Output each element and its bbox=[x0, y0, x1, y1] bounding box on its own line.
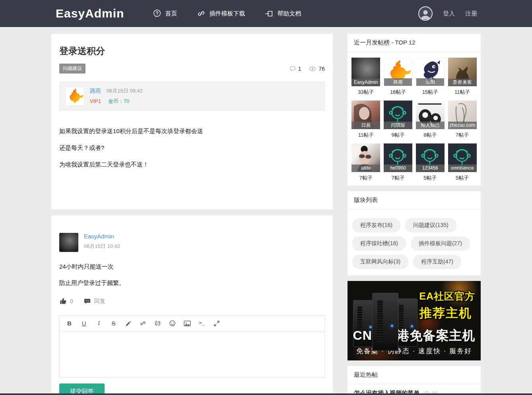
board-pill[interactable]: 问题建议(135) bbox=[405, 218, 456, 232]
fullscreen-icon[interactable] bbox=[209, 318, 224, 329]
poster-name: allife bbox=[351, 165, 380, 172]
post-paragraph: 如果我设置的登录送10积分后是不是每次填登录都会送 bbox=[59, 128, 325, 135]
pencil-icon[interactable] bbox=[121, 318, 136, 329]
poster-name: 123456 bbox=[416, 165, 445, 172]
eye-icon bbox=[309, 66, 316, 72]
poster-name: EasyAdmin bbox=[351, 79, 380, 86]
top-poster[interactable]: omnisence 5帖子 bbox=[446, 143, 478, 182]
top-poster[interactable]: 闫琪琛 9帖子 bbox=[382, 101, 414, 139]
poster-count: 15帖子 bbox=[414, 89, 447, 96]
thread-tag[interactable]: 问题建议 bbox=[59, 64, 85, 74]
poster-avatar: 闫琪琛 bbox=[384, 101, 412, 129]
board-list: 程序发布(16) 问题建议(135) 程序猿吐槽(18) 插件模板问题(27) … bbox=[348, 209, 481, 275]
board-pill[interactable]: 互联网风向标(3) bbox=[352, 255, 408, 269]
hot-posts-title: 最近热帖 bbox=[348, 366, 481, 384]
poster-avatar: hx0900 bbox=[384, 143, 412, 172]
hosting-ad-banner[interactable]: EA社区官方 推荐主机 CN2 香港免备案主机 免备案 · 伪静态 · 速度快 … bbox=[348, 281, 481, 360]
top-poster[interactable]: 日辰 11帖子 bbox=[350, 101, 382, 139]
reply-avatar[interactable] bbox=[59, 233, 78, 252]
bold-icon[interactable]: B bbox=[62, 318, 77, 329]
reply-editor: B U I S bbox=[59, 315, 325, 378]
top-poster[interactable]: 知人知己 8帖子 bbox=[414, 101, 447, 139]
poster-count: 7帖子 bbox=[350, 174, 382, 182]
post-date: 06月15日 09:42 bbox=[107, 88, 143, 94]
poster-name: 闫琪琛 bbox=[384, 122, 412, 129]
poster-avatar: allife bbox=[351, 143, 380, 172]
view-count-value: 76 bbox=[318, 66, 325, 72]
reply-date: 06月15日 10:42 bbox=[84, 243, 120, 250]
thread-card: 登录送积分 问题建议 1 bbox=[51, 34, 333, 209]
top-poster[interactable]: zhezuo.com 7帖子 bbox=[446, 101, 478, 139]
reply-author-name[interactable]: EasyAdmin bbox=[84, 233, 120, 240]
author-info: 路雨 06月15日 09:42 VIP1 金币：70 bbox=[90, 87, 143, 105]
nav-item-plugins[interactable]: 插件模板下载 bbox=[197, 9, 245, 18]
nav-menu: 首页 插件模板下载 帮 bbox=[153, 9, 301, 18]
board-list-title: 版块列表 bbox=[348, 191, 481, 209]
reply-label: 回复 bbox=[94, 298, 105, 305]
reply-card: EasyAdmin 06月15日 10:42 24小时内只能送一次 防止用户登录… bbox=[51, 215, 333, 395]
nav-item-label: 插件模板下载 bbox=[209, 10, 245, 17]
top-poster[interactable]: 123456 5帖子 bbox=[414, 143, 447, 182]
board-pill[interactable]: 程序猿吐槽(18) bbox=[352, 236, 406, 251]
code-terminal-icon[interactable]: >_ bbox=[194, 318, 209, 329]
poster-name: 路雨 bbox=[384, 78, 412, 86]
reply-button[interactable]: 回复 bbox=[83, 298, 105, 305]
like-button[interactable]: 0 bbox=[59, 297, 73, 305]
page: EasyAdmin 首页 插件模板下载 bbox=[0, 0, 532, 395]
poster-count: 5帖子 bbox=[446, 174, 478, 182]
reply-author-info: EasyAdmin 06月15日 10:42 bbox=[84, 233, 120, 252]
logo[interactable]: EasyAdmin bbox=[56, 7, 124, 20]
poster-avatar: zhezuo.com bbox=[448, 101, 477, 129]
poster-name: hx0900 bbox=[384, 165, 412, 172]
poster-count: 7帖子 bbox=[446, 132, 478, 139]
user-avatar-icon[interactable] bbox=[418, 6, 433, 21]
comment-icon bbox=[289, 66, 296, 72]
top-poster[interactable]: 路雨 16帖子 bbox=[382, 58, 414, 96]
nav-item-home[interactable]: 首页 bbox=[153, 9, 177, 18]
poster-avatar: EasyAdmin bbox=[351, 58, 380, 86]
strikethrough-icon[interactable]: S bbox=[106, 318, 121, 329]
poster-avatar: 异界来客 bbox=[448, 58, 477, 86]
author-name[interactable]: 路雨 bbox=[90, 87, 101, 94]
top-poster[interactable]: 云阳 15帖子 bbox=[414, 58, 447, 96]
top-poster[interactable]: 异界来客 11帖子 bbox=[446, 58, 478, 96]
post-paragraph: 为啥我设置后第二天登录也不送！ bbox=[59, 161, 325, 168]
top-posters-grid: EasyAdmin 33帖子 路雨 16帖子 bbox=[348, 52, 481, 186]
poster-avatar: 知人知己 bbox=[416, 101, 445, 129]
board-pill[interactable]: 程序发布(16) bbox=[352, 218, 400, 232]
poster-count: 33帖子 bbox=[350, 89, 382, 96]
question-bubble-icon bbox=[153, 9, 161, 18]
nav-item-docs[interactable]: 帮助文档 bbox=[265, 9, 301, 18]
top-poster[interactable]: hx0900 7帖子 bbox=[382, 143, 414, 182]
login-link[interactable]: 登入 bbox=[443, 10, 455, 17]
remove-link-icon[interactable] bbox=[150, 318, 165, 329]
insert-link-icon[interactable] bbox=[136, 318, 150, 329]
underline-icon[interactable]: U bbox=[77, 318, 91, 329]
poster-avatar: omnisence bbox=[448, 143, 477, 172]
insert-image-icon[interactable] bbox=[180, 318, 194, 329]
top-poster[interactable]: allife 7帖子 bbox=[350, 143, 382, 182]
editor-content[interactable] bbox=[60, 331, 324, 378]
navbar: EasyAdmin 首页 插件模板下载 bbox=[0, 0, 532, 27]
nav-item-label: 首页 bbox=[165, 10, 177, 17]
poster-count: 16帖子 bbox=[382, 89, 414, 96]
register-link[interactable]: 注册 bbox=[465, 10, 477, 17]
author-avatar[interactable] bbox=[65, 87, 84, 106]
board-pill[interactable]: 插件模板问题(27) bbox=[411, 236, 470, 251]
emoji-icon[interactable] bbox=[165, 318, 180, 329]
reply-header: EasyAdmin 06月15日 10:42 bbox=[59, 233, 325, 252]
poster-avatar: 云阳 bbox=[416, 58, 445, 86]
post-author-bar: 路雨 06月15日 09:42 VIP1 金币：70 bbox=[59, 81, 325, 111]
hot-posts-card: 最近热帖 怎么没有插入视频的菜单 98 测试发邮箱出现问题。。。 92 bbox=[348, 366, 481, 395]
poster-name: 云阳 bbox=[416, 78, 444, 86]
comment-count: 1 bbox=[289, 66, 301, 72]
poster-name: 知人知己 bbox=[416, 122, 445, 129]
board-pill[interactable]: 程序互助(47) bbox=[413, 255, 461, 269]
vip-badge: VIP1 bbox=[90, 98, 101, 104]
italic-icon[interactable]: I bbox=[91, 318, 106, 329]
nav-right: 登入 注册 bbox=[418, 6, 477, 21]
top-poster[interactable]: EasyAdmin 33帖子 bbox=[350, 58, 382, 96]
poster-avatar: 日辰 bbox=[351, 101, 380, 129]
reply-body: 24小时内只能送一次 防止用户登录过于频繁。 bbox=[59, 263, 325, 287]
top-posters-card: 近一月发帖榜 - TOP 12 EasyAdmin 33帖子 bbox=[348, 34, 481, 186]
